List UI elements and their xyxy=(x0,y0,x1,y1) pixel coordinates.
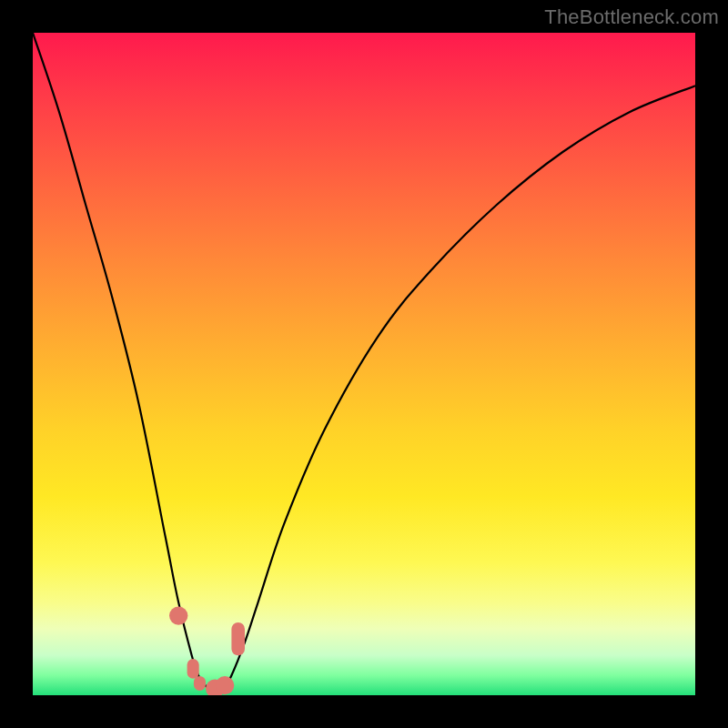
curve-marker xyxy=(187,659,199,679)
bottleneck-curve xyxy=(33,33,695,689)
curve-marker xyxy=(231,622,245,655)
curve-marker xyxy=(194,676,206,691)
curve-marker xyxy=(216,676,234,694)
watermark-text: TheBottleneck.com xyxy=(544,5,719,29)
chart-svg xyxy=(33,33,695,695)
curve-marker xyxy=(169,606,187,624)
chart-frame: TheBottleneck.com xyxy=(0,0,728,728)
plot-area xyxy=(33,33,695,695)
curve-markers xyxy=(169,606,245,695)
